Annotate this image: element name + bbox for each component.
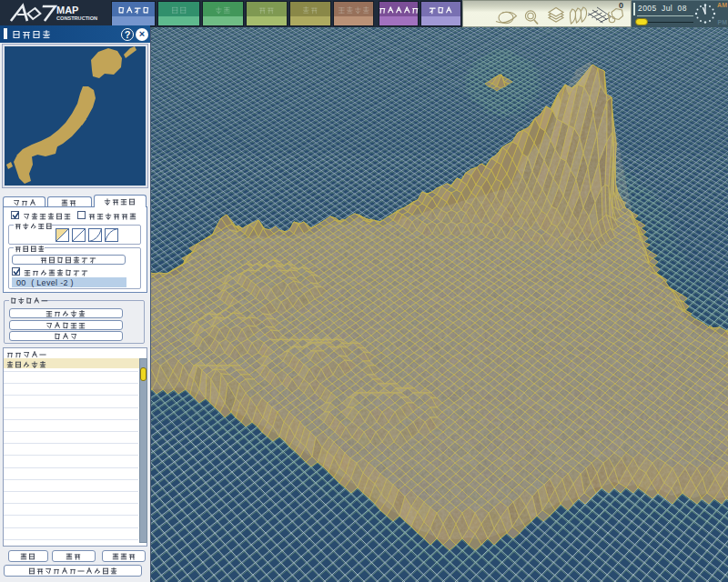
svg-text:MAP: MAP: [56, 5, 78, 15]
svg-text:CONSTRUCTION: CONSTRUCTION: [56, 15, 97, 21]
